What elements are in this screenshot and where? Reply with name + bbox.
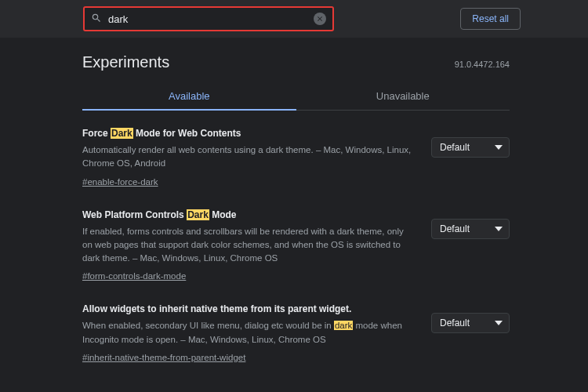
flag-row: Allow widgets to inherit native theme fr… — [82, 286, 510, 368]
flag-state-select[interactable]: Default — [431, 137, 510, 158]
tab-unavailable[interactable]: Unavailable — [296, 82, 510, 110]
flag-description: When enabled, secondary UI like menu, di… — [82, 319, 416, 347]
flag-state-select[interactable]: Default — [431, 219, 510, 239]
search-input[interactable] — [108, 13, 314, 25]
flag-state-select[interactable]: Default — [431, 313, 510, 333]
flag-row: Force Dark Mode for Web Contents Automat… — [82, 111, 510, 192]
search-box-highlight — [83, 6, 334, 31]
flag-anchor-link[interactable]: #form-controls-dark-mode — [82, 271, 186, 281]
flag-anchor-link[interactable]: #enable-force-dark — [82, 177, 158, 187]
highlight: Dark — [187, 209, 209, 220]
flag-title: Web Platform Controls Dark Mode — [82, 209, 416, 220]
content: Experiments 91.0.4472.164 Available Unav… — [82, 38, 510, 368]
highlight: dark — [334, 321, 353, 330]
top-bar: Reset all — [0, 0, 588, 38]
flag-description: If enabled, forms controls and scrollbar… — [82, 225, 416, 266]
tab-available[interactable]: Available — [82, 82, 296, 110]
flag-anchor-link[interactable]: #inherit-native-theme-from-parent-widget — [82, 353, 245, 362]
version-label: 91.0.4472.164 — [455, 60, 510, 69]
flag-title: Force Dark Mode for Web Contents — [82, 128, 416, 139]
flag-title: Allow widgets to inherit native theme fr… — [82, 303, 416, 314]
reset-all-button[interactable]: Reset all — [460, 8, 521, 30]
page-title: Experiments — [82, 53, 169, 71]
search-icon — [91, 13, 102, 26]
flag-description: Automatically render all web contents us… — [82, 143, 416, 171]
scroll-area[interactable]: Experiments 91.0.4472.164 Available Unav… — [0, 38, 588, 392]
tabs: Available Unavailable — [82, 82, 510, 111]
flag-row: Web Platform Controls Dark Mode If enabl… — [82, 192, 510, 287]
search-field[interactable] — [85, 8, 332, 30]
clear-search-icon[interactable] — [314, 13, 326, 25]
highlight: Dark — [111, 128, 133, 139]
